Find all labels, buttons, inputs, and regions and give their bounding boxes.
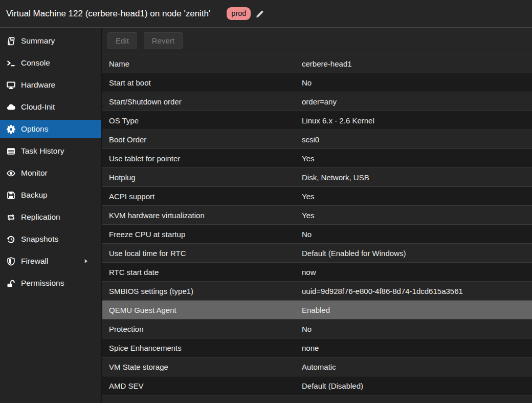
sidebar-item-label: Cloud-Init	[21, 102, 55, 112]
table-row[interactable]: Freeze CPU at startupNo	[102, 225, 532, 244]
retweet-icon	[6, 213, 16, 222]
option-value: No	[302, 230, 532, 239]
table-row[interactable]: Start at bootNo	[102, 73, 532, 92]
option-value: order=any	[302, 97, 532, 106]
option-value: Yes	[302, 192, 532, 201]
sidebar-item-task-history[interactable]: Task History	[0, 142, 101, 160]
page-title: Virtual Machine 122 (cerbere-head1) on n…	[6, 9, 210, 19]
vm-tag-prod: prod	[227, 7, 251, 20]
option-value: Automatic	[302, 363, 532, 371]
sidebar-item-label: Task History	[21, 146, 64, 156]
option-label: RTC start date	[102, 268, 302, 277]
option-label: KVM hardware virtualization	[102, 211, 302, 220]
option-label: QEMU Guest Agent	[102, 306, 302, 314]
eye-icon	[6, 169, 16, 178]
sidebar-item-label: Monitor	[21, 168, 48, 178]
table-row[interactable]: Boot Orderscsi0	[102, 130, 532, 149]
main-layout: SummaryConsoleHardwareCloud-InitOptionsT…	[0, 28, 532, 403]
table-row[interactable]: Spice Enhancementsnone	[102, 338, 532, 357]
option-label: Use tablet for pointer	[102, 154, 302, 163]
option-value: Default (Enabled for Windows)	[302, 249, 532, 258]
table-row[interactable]: Namecerbere-head1	[102, 54, 532, 73]
sidebar-item-label: Console	[21, 58, 50, 68]
floppy-icon	[6, 191, 16, 200]
table-row[interactable]: ProtectionNo	[102, 320, 532, 338]
sidebar-item-cloud-init[interactable]: Cloud-Init	[0, 98, 101, 116]
table-row[interactable]: Use tablet for pointerYes	[102, 149, 532, 168]
option-value: uuid=9d928f76-e800-4f86-8d74-1dcd615a356…	[302, 287, 532, 295]
vm-nav-sidebar: SummaryConsoleHardwareCloud-InitOptionsT…	[0, 28, 102, 403]
sidebar-item-label: Replication	[21, 213, 60, 222]
option-value: No	[302, 78, 532, 87]
table-row[interactable]: SMBIOS settings (type1)uuid=9d928f76-e80…	[102, 282, 532, 301]
option-value: No	[302, 325, 532, 333]
table-row[interactable]: OS TypeLinux 6.x - 2.6 Kernel	[102, 111, 532, 130]
option-label: OS Type	[102, 116, 302, 125]
book-icon	[6, 37, 16, 46]
sidebar-item-replication[interactable]: Replication	[0, 208, 101, 226]
sidebar-item-label: Hardware	[21, 80, 55, 90]
option-label: SMBIOS settings (type1)	[102, 287, 302, 295]
option-value: cerbere-head1	[302, 59, 532, 68]
option-label: Boot Order	[102, 135, 302, 144]
table-row[interactable]: Start/Shutdown orderorder=any	[102, 92, 532, 111]
sidebar-item-label: Summary	[21, 36, 55, 46]
option-label: AMD SEV	[102, 381, 302, 390]
sidebar-item-label: Snapshots	[21, 235, 58, 244]
option-label: ACPI support	[102, 192, 302, 201]
sidebar-item-permissions[interactable]: Permissions	[0, 274, 101, 292]
table-row[interactable]: AMD SEVDefault (Disabled)	[102, 376, 532, 395]
sidebar-item-label: Options	[21, 124, 48, 134]
option-value: Default (Disabled)	[302, 381, 532, 390]
history-icon	[6, 235, 16, 244]
unlock-icon	[6, 279, 16, 288]
table-row[interactable]: Use local time for RTCDefault (Enabled f…	[102, 244, 532, 263]
option-value: none	[302, 344, 532, 352]
option-label: Spice Enhancements	[102, 344, 302, 352]
list-icon	[6, 147, 16, 156]
option-value: Enabled	[302, 306, 532, 314]
option-label: Hotplug	[102, 173, 302, 182]
sidebar-item-console[interactable]: Console	[0, 54, 101, 72]
option-label: VM State storage	[102, 363, 302, 371]
pencil-icon[interactable]	[255, 9, 264, 18]
table-row[interactable]: HotplugDisk, Network, USB	[102, 168, 532, 187]
option-label: Name	[102, 59, 302, 68]
sidebar-item-backup[interactable]: Backup	[0, 186, 101, 204]
option-value: Yes	[302, 211, 532, 220]
option-value: scsi0	[302, 135, 532, 144]
options-toolbar: EditRevert	[102, 28, 532, 54]
option-label: Start at boot	[102, 78, 302, 87]
desktop-icon	[6, 81, 16, 90]
table-row[interactable]: QEMU Guest AgentEnabled	[102, 301, 532, 320]
caret-right-icon[interactable]	[83, 258, 89, 265]
table-row[interactable]: KVM hardware virtualizationYes	[102, 206, 532, 225]
table-row[interactable]: VM State storageAutomatic	[102, 357, 532, 376]
edit-button[interactable]: Edit	[107, 32, 137, 49]
sidebar-item-label: Permissions	[21, 279, 64, 288]
table-row[interactable]: RTC start datenow	[102, 263, 532, 282]
sidebar-item-firewall[interactable]: Firewall	[0, 252, 101, 270]
sidebar-item-options[interactable]: Options	[0, 120, 101, 138]
option-label: Freeze CPU at startup	[102, 230, 302, 239]
vm-header: Virtual Machine 122 (cerbere-head1) on n…	[0, 0, 532, 28]
sidebar-item-hardware[interactable]: Hardware	[0, 76, 101, 94]
shield-icon	[6, 257, 16, 266]
sidebar-item-summary[interactable]: Summary	[0, 32, 101, 50]
option-value: now	[302, 268, 532, 277]
cloud-icon	[6, 103, 16, 112]
option-value: Disk, Network, USB	[302, 173, 532, 182]
table-row[interactable]: ACPI supportYes	[102, 187, 532, 206]
terminal-icon	[6, 59, 16, 68]
option-value: Yes	[302, 154, 532, 163]
gear-icon	[6, 125, 16, 134]
options-panel: EditRevert Namecerbere-head1Start at boo…	[102, 28, 532, 403]
sidebar-item-label: Firewall	[21, 257, 48, 266]
sidebar-item-snapshots[interactable]: Snapshots	[0, 230, 101, 248]
option-label: Use local time for RTC	[102, 249, 302, 258]
option-value: Linux 6.x - 2.6 Kernel	[302, 116, 532, 125]
option-label: Start/Shutdown order	[102, 97, 302, 106]
revert-button[interactable]: Revert	[144, 32, 183, 49]
option-label: Protection	[102, 325, 302, 333]
sidebar-item-monitor[interactable]: Monitor	[0, 164, 101, 182]
